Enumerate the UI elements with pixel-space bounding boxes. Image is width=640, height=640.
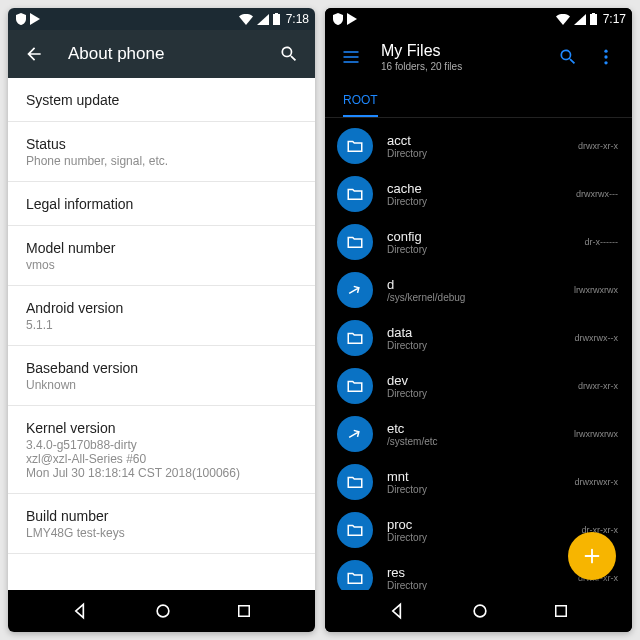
- item-title: Kernel version: [26, 420, 297, 436]
- file-text: configDirectory: [387, 229, 585, 255]
- file-row[interactable]: cacheDirectorydrwxrwx---: [325, 170, 632, 218]
- file-name: acct: [387, 133, 578, 148]
- file-row[interactable]: devDirectorydrwxr-xr-x: [325, 362, 632, 410]
- folder-icon: [337, 320, 373, 356]
- app-bar: About phone: [8, 30, 315, 78]
- file-sub: Directory: [387, 244, 585, 255]
- nav-back-icon[interactable]: [387, 601, 407, 621]
- link-icon: [337, 272, 373, 308]
- item-title: Legal information: [26, 196, 297, 212]
- phone-files: 7:17 My Files 16 folders, 20 files ROOT …: [325, 8, 632, 632]
- folder-icon: [337, 512, 373, 548]
- file-text: resDirectory: [387, 565, 578, 590]
- file-name: proc: [387, 517, 582, 532]
- folder-icon: [337, 368, 373, 404]
- status-bar: 7:17: [325, 8, 632, 30]
- file-list: acctDirectorydrwxr-xr-xcacheDirectorydrw…: [325, 118, 632, 590]
- svg-point-3: [604, 55, 607, 58]
- phone-about: 7:18 About phone System updateStatusPhon…: [8, 8, 315, 632]
- item-subtitle: 3.4.0-g5170b88-dirty xzl@xzl-All-Series …: [26, 438, 297, 480]
- file-sub: Directory: [387, 196, 576, 207]
- file-row[interactable]: mntDirectorydrwxrwxr-x: [325, 458, 632, 506]
- item-title: Build number: [26, 508, 297, 524]
- file-name: cache: [387, 181, 576, 196]
- back-icon[interactable]: [22, 42, 46, 66]
- settings-item[interactable]: Baseband versionUnknown: [8, 346, 315, 406]
- file-permissions: dr-x------: [585, 237, 618, 247]
- fab-add[interactable]: [568, 532, 616, 580]
- play-icon: [30, 13, 40, 25]
- nav-home-icon[interactable]: [153, 601, 173, 621]
- file-row[interactable]: configDirectorydr-x------: [325, 218, 632, 266]
- tab-bar: ROOT: [325, 84, 632, 118]
- folder-icon: [337, 176, 373, 212]
- page-title: About phone: [68, 44, 164, 64]
- file-row[interactable]: dataDirectorydrwxrwx--x: [325, 314, 632, 362]
- file-name: res: [387, 565, 578, 580]
- link-icon: [337, 416, 373, 452]
- search-icon[interactable]: [277, 42, 301, 66]
- file-name: mnt: [387, 469, 575, 484]
- settings-item[interactable]: Android version5.1.1: [8, 286, 315, 346]
- settings-item[interactable]: System update: [8, 78, 315, 122]
- file-row[interactable]: acctDirectorydrwxr-xr-x: [325, 122, 632, 170]
- app-bar: My Files 16 folders, 20 files: [325, 30, 632, 84]
- nav-bar: [325, 590, 632, 632]
- battery-icon: [590, 13, 597, 25]
- settings-item[interactable]: Model numbervmos: [8, 226, 315, 286]
- file-text: procDirectory: [387, 517, 582, 543]
- item-title: Baseband version: [26, 360, 297, 376]
- svg-rect-1: [239, 606, 250, 617]
- page-subtitle: 16 folders, 20 files: [381, 61, 462, 72]
- file-sub: Directory: [387, 388, 578, 399]
- svg-rect-6: [556, 606, 567, 617]
- svg-point-5: [474, 605, 486, 617]
- file-sub: Directory: [387, 580, 578, 590]
- settings-item[interactable]: Build numberLMY48G test-keys: [8, 494, 315, 554]
- item-title: System update: [26, 92, 297, 108]
- nav-recents-icon[interactable]: [235, 602, 253, 620]
- svg-point-0: [157, 605, 169, 617]
- file-text: dataDirectory: [387, 325, 575, 351]
- nav-recents-icon[interactable]: [552, 602, 570, 620]
- nav-back-icon[interactable]: [70, 601, 90, 621]
- settings-item[interactable]: Legal information: [8, 182, 315, 226]
- item-subtitle: LMY48G test-keys: [26, 526, 297, 540]
- file-sub: /sys/kernel/debug: [387, 292, 574, 303]
- settings-item[interactable]: Kernel version3.4.0-g5170b88-dirty xzl@x…: [8, 406, 315, 494]
- signal-icon: [257, 14, 269, 25]
- item-subtitle: vmos: [26, 258, 297, 272]
- overflow-icon[interactable]: [594, 45, 618, 69]
- settings-item[interactable]: StatusPhone number, signal, etc.: [8, 122, 315, 182]
- file-text: etc/system/etc: [387, 421, 574, 447]
- file-name: dev: [387, 373, 578, 388]
- file-sub: Directory: [387, 532, 582, 543]
- status-bar: 7:18: [8, 8, 315, 30]
- tab-root[interactable]: ROOT: [343, 93, 378, 117]
- file-sub: Directory: [387, 340, 575, 351]
- shield-icon: [333, 13, 343, 25]
- item-subtitle: 5.1.1: [26, 318, 297, 332]
- file-text: mntDirectory: [387, 469, 575, 495]
- battery-icon: [273, 13, 280, 25]
- file-row[interactable]: d/sys/kernel/debuglrwxrwxrwx: [325, 266, 632, 314]
- file-name: data: [387, 325, 575, 340]
- play-icon: [347, 13, 357, 25]
- file-text: devDirectory: [387, 373, 578, 399]
- file-permissions: drwxrwxr-x: [575, 477, 619, 487]
- menu-icon[interactable]: [339, 45, 363, 69]
- svg-point-4: [604, 61, 607, 64]
- folder-icon: [337, 128, 373, 164]
- file-permissions: lrwxrwxrwx: [574, 429, 618, 439]
- file-permissions: drwxr-xr-x: [578, 381, 618, 391]
- file-row[interactable]: etc/system/etclrwxrwxrwx: [325, 410, 632, 458]
- search-icon[interactable]: [556, 45, 580, 69]
- item-title: Android version: [26, 300, 297, 316]
- status-time: 7:17: [603, 12, 626, 26]
- status-time: 7:18: [286, 12, 309, 26]
- nav-home-icon[interactable]: [470, 601, 490, 621]
- item-title: Model number: [26, 240, 297, 256]
- page-title: My Files: [381, 42, 462, 60]
- file-sub: Directory: [387, 148, 578, 159]
- shield-icon: [16, 13, 26, 25]
